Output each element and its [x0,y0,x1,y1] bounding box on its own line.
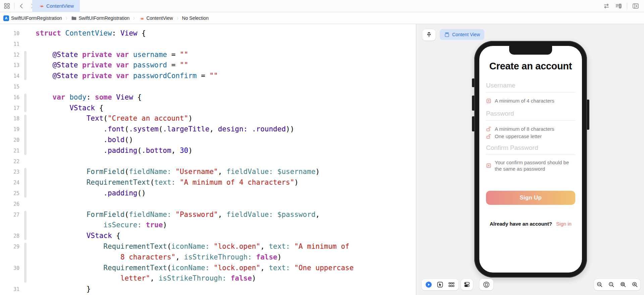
form-fields: UsernameA minimum of 4 charactersPasswor… [486,82,575,172]
text-field-placeholder[interactable]: Username [486,82,575,89]
line-number: 23 [0,167,19,177]
swap-arrows-icon[interactable] [603,2,610,10]
svg-text:1: 1 [610,283,612,286]
breadcrumb-item[interactable]: ContentView [139,15,173,21]
code-line[interactable]: 14 @State private var passwordConfirm = … [0,71,416,81]
code-line[interactable]: 28 VStack { [0,231,416,241]
tab-contentview[interactable]: ContentView [32,0,80,12]
zoom-in-icon[interactable] [632,281,638,288]
code-line[interactable]: 31 } [0,284,416,295]
code-line[interactable]: 29 RequirementText(iconName: "lock.open"… [0,241,416,252]
code-line[interactable]: 24 RequirementText(text: "A minimum of 4… [0,177,416,188]
code-text: var body: some View { [36,92,142,103]
code-line[interactable]: 27 FormField(fieldName: "Password", fiel… [0,210,416,220]
breadcrumb-item[interactable]: ASwiftUIFormRegistration [3,15,62,21]
requirement-row: A minimum of 8 characters [486,126,575,132]
code-text: @State private var passwordConfirm = "" [36,71,218,81]
sign-up-button[interactable]: Sign Up [486,191,575,205]
code-text: VStack { [36,103,103,113]
zoom-controls: 1 [594,279,640,290]
field-underline [486,120,575,121]
code-line[interactable]: 19 .font(.system(.largeTitle, design: .r… [0,124,416,135]
line-number: 11 [0,39,19,50]
form-field: UsernameA minimum of 4 characters [486,82,575,104]
zoom-fit-icon[interactable] [620,281,627,288]
lock-open-icon [486,126,491,132]
zoom-out-icon[interactable] [596,281,603,288]
device-settings-group [461,279,473,290]
code-line[interactable]: 15 [0,81,416,92]
device-settings-icon[interactable] [464,281,470,288]
requirement-text: A minimum of 4 characters [495,98,554,104]
line-number: 30 [0,263,19,274]
select-cursor-icon[interactable] [437,281,443,288]
preview-device-group [479,279,493,290]
code-line[interactable]: 25 .padding() [0,188,416,199]
line-number: 19 [0,124,19,135]
text-field-placeholder[interactable]: Confirm Password [486,144,575,152]
tab-overview-icon[interactable] [3,2,11,10]
code-line[interactable]: 26 [0,199,416,210]
code-line[interactable]: isSecure: true) [0,220,416,231]
requirement-text: Your confirm password should be the same… [495,159,574,172]
line-number: 14 [0,71,19,81]
code-text: letter", isStrikeThrough: false) [36,273,256,284]
breadcrumb-item[interactable]: No Selection [182,15,209,21]
code-line[interactable]: 20 .bold() [0,135,416,145]
line-number: 21 [0,145,19,156]
code-text: struct ContentView: View { [36,28,146,39]
code-line[interactable]: 22 [0,156,416,167]
breadcrumb-item[interactable]: SwiftUIFormRegistration [71,15,130,21]
breadcrumb: ASwiftUIFormRegistrationSwiftUIFormRegis… [3,12,209,24]
play-icon[interactable] [425,281,432,288]
code-line[interactable]: 30 RequirementText(iconName: "lock.open"… [0,263,416,274]
pin-preview-button[interactable] [422,29,436,41]
text-field-placeholder[interactable]: Password [486,110,575,117]
code-line[interactable]: 17 VStack { [0,103,416,114]
code-line[interactable]: 21 .padding(.bottom, 30) [0,145,416,156]
code-text: .padding(.bottom, 30) [36,145,193,156]
code-line[interactable]: 18 Text("Create an account") [0,113,416,124]
line-number: 17 [0,103,19,114]
requirement-row: A minimum of 4 characters [486,98,575,104]
line-number: 24 [0,177,19,188]
back-button[interactable] [18,2,25,10]
editor-options-icon[interactable] [615,2,622,10]
code-line[interactable]: 8 characters", isStrikeThrough: false) [0,252,416,263]
code-text: @State private var password = "" [36,60,188,70]
variants-grid-icon[interactable] [448,281,455,288]
preview-tab-label: Content View [452,32,480,37]
line-number: 20 [0,135,19,145]
requirements: A minimum of 8 charactersOne uppercase l… [486,126,575,139]
folder-icon [71,15,77,21]
tab-bar: ContentView [0,0,644,12]
preview-tab-chip[interactable]: Content View [440,29,484,40]
requirement-text: One uppercase letter [495,133,542,139]
code-text: .bold() [36,135,133,145]
code-line[interactable]: letter", isStrikeThrough: false) [0,273,416,284]
code-text: isSecure: true) [36,220,167,230]
line-number: 22 [0,156,19,167]
sign-in-link[interactable]: Sign in [556,221,572,227]
breadcrumb-separator-icon [65,16,68,20]
zoom-actual-icon[interactable]: 1 [608,281,615,288]
code-text: VStack { [36,231,120,241]
code-line[interactable]: 10struct ContentView: View { [0,28,416,39]
add-editor-icon[interactable] [632,2,639,10]
device-preview-icon[interactable] [483,281,490,288]
form-field: PasswordA minimum of 8 charactersOne upp… [486,110,575,139]
code-line[interactable]: 12 @State private var username = "" [0,50,416,60]
line-number: 12 [0,50,19,60]
line-number: 27 [0,210,19,220]
code-line[interactable]: 13 @State private var password = "" [0,60,416,71]
code-line[interactable]: 11 [0,39,416,50]
requirement-row: One uppercase letter [486,133,575,139]
sign-in-prompt: Already have an account? [490,221,552,227]
power-button [587,100,589,130]
notch [509,46,552,55]
lock-open-icon [486,134,491,139]
code-editor[interactable]: 10struct ContentView: View {1112 @State … [0,24,416,295]
code-line[interactable]: 23 FormField(fieldName: "Username", fiel… [0,167,416,177]
code-line[interactable]: 16 var body: some View { [0,92,416,103]
code-text: FormField(fieldName: "Password", fieldVa… [36,210,320,220]
